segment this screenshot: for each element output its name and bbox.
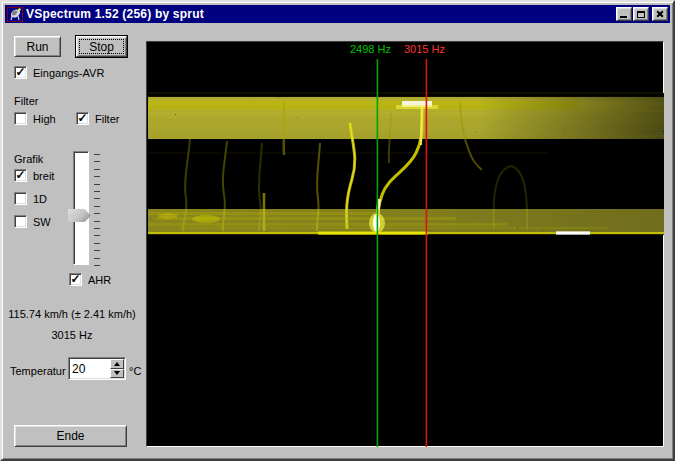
title-bar[interactable]: VSpectrum 1.52 (256) by sprut <box>5 5 670 23</box>
ahr-checkbox-label: AHR <box>88 274 111 286</box>
gain-slider-track[interactable] <box>73 151 89 265</box>
spectrogram-display[interactable]: 2498 Hz 3015 Hz <box>146 41 664 447</box>
satellite-dish-icon <box>7 7 23 22</box>
ahr-checkbox[interactable]: ✓ AHR <box>69 273 111 286</box>
sw-checkbox-label: SW <box>33 216 51 228</box>
minimize-button[interactable] <box>616 7 632 21</box>
run-button[interactable]: Run <box>14 36 61 57</box>
breit-checkbox-label: breit <box>33 170 54 182</box>
frequency-readout: 3015 Hz <box>6 329 138 341</box>
ende-button[interactable]: Ende <box>14 425 127 447</box>
speed-readout: 115.74 km/h (± 2.41 km/h) <box>6 308 138 320</box>
grafik-group-label: Grafik <box>14 153 43 165</box>
window-title: VSpectrum 1.52 (256) by sprut <box>26 7 204 21</box>
check-icon: ✓ <box>15 170 25 180</box>
filter-group-label: Filter <box>14 95 38 107</box>
temperature-up-button[interactable] <box>110 359 124 369</box>
1d-checkbox-label: 1D <box>33 193 47 205</box>
gain-slider-ticks <box>94 154 100 266</box>
spectrogram-canvas <box>148 43 664 447</box>
temperature-label: Temperatur <box>10 365 66 377</box>
temperature-unit-label: °C <box>129 365 141 377</box>
stop-button-label: Stop <box>89 40 114 54</box>
maximize-button[interactable] <box>633 7 649 21</box>
high-checkbox[interactable]: High <box>14 112 56 125</box>
temperature-input[interactable] <box>72 360 108 377</box>
temperature-spin-edit <box>68 357 126 380</box>
filter-checkbox-label: Filter <box>95 113 119 125</box>
1d-checkbox[interactable]: 1D <box>14 192 47 205</box>
ende-button-label: Ende <box>56 429 84 443</box>
filter-checkbox[interactable]: ✓ Filter <box>76 112 119 125</box>
eingangs-avr-checkbox[interactable]: ✓ Eingangs-AVR <box>14 66 104 79</box>
stop-button[interactable]: Stop <box>76 36 127 57</box>
app-window: VSpectrum 1.52 (256) by sprut Run Stop ✓… <box>0 0 675 461</box>
green-marker-label: 2498 Hz <box>350 43 391 55</box>
eingangs-avr-label: Eingangs-AVR <box>33 67 104 79</box>
arrow-down-icon <box>114 371 120 375</box>
check-icon: ✓ <box>70 274 80 284</box>
temperature-down-button[interactable] <box>110 369 124 379</box>
close-button[interactable] <box>652 7 668 21</box>
arrow-up-icon <box>114 362 120 366</box>
high-checkbox-label: High <box>33 113 56 125</box>
breit-checkbox[interactable]: ✓ breit <box>14 169 54 182</box>
minimize-icon <box>620 16 627 18</box>
check-icon: ✓ <box>15 67 25 77</box>
maximize-icon <box>637 11 645 18</box>
red-marker-label: 3015 Hz <box>404 43 445 55</box>
sw-checkbox[interactable]: SW <box>14 215 51 228</box>
run-button-label: Run <box>26 40 48 54</box>
check-icon: ✓ <box>77 113 87 123</box>
